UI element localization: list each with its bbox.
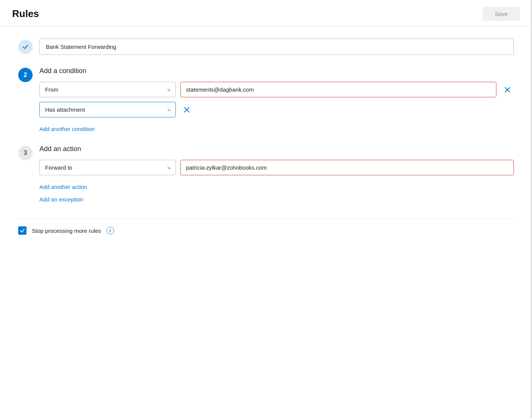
main-content: 2 Add a condition From To Subject Has at… bbox=[0, 27, 532, 250]
stop-processing-check-icon bbox=[20, 228, 25, 233]
condition2-dropdown[interactable]: From To Subject Has attachment bbox=[39, 102, 176, 117]
step2-section: 2 Add a condition From To Subject Has at… bbox=[18, 67, 514, 134]
add-action-button[interactable]: Add another action bbox=[39, 181, 87, 192]
action-row-1: Forward to Move to folder Mark as read D… bbox=[39, 160, 514, 175]
condition-row-2: From To Subject Has attachment ⤷ bbox=[39, 102, 514, 117]
step1-circle bbox=[18, 40, 33, 54]
stop-processing-label: Stop processing more rules bbox=[32, 228, 101, 234]
condition1-remove-button[interactable] bbox=[501, 85, 514, 95]
stop-processing-row: Stop processing more rules i bbox=[18, 218, 514, 235]
step3-section: 3 Add an action Forward to Move to folde… bbox=[18, 145, 514, 205]
step2-title: Add a condition bbox=[39, 67, 514, 75]
stop-processing-info-icon[interactable]: i bbox=[106, 227, 114, 234]
step3-title: Add an action bbox=[39, 145, 514, 153]
save-button[interactable]: Save bbox=[483, 7, 520, 21]
add-condition-button[interactable]: Add another condition bbox=[39, 123, 95, 134]
page-title: Rules bbox=[12, 8, 39, 20]
condition1-value-input[interactable] bbox=[180, 82, 496, 97]
step2-circle: 2 bbox=[18, 68, 33, 82]
rule-name-row bbox=[18, 39, 514, 55]
action1-dropdown-wrapper: Forward to Move to folder Mark as read D… bbox=[39, 160, 176, 175]
condition2-dropdown-wrapper: From To Subject Has attachment ⤷ bbox=[39, 102, 176, 117]
condition1-close-icon bbox=[504, 86, 511, 93]
condition1-dropdown-wrapper: From To Subject Has attachment ⤷ bbox=[39, 82, 176, 97]
step3-body: Add an action Forward to Move to folder … bbox=[39, 145, 514, 205]
condition-row-1: From To Subject Has attachment ⤷ bbox=[39, 82, 514, 97]
action1-value-input[interactable] bbox=[180, 160, 514, 175]
step3-circle: 3 bbox=[18, 146, 33, 160]
rules-page: Rules Save 2 Add a condition Fr bbox=[0, 0, 532, 418]
check-icon bbox=[22, 44, 29, 50]
rule-name-input[interactable] bbox=[39, 39, 514, 55]
action1-dropdown[interactable]: Forward to Move to folder Mark as read D… bbox=[39, 160, 176, 175]
info-letter: i bbox=[110, 228, 111, 233]
add-exception-button[interactable]: Add an exception bbox=[39, 194, 83, 205]
header: Rules Save bbox=[0, 0, 532, 27]
condition1-dropdown[interactable]: From To Subject Has attachment bbox=[39, 82, 176, 97]
condition2-remove-button[interactable] bbox=[180, 105, 193, 115]
step2-body: Add a condition From To Subject Has atta… bbox=[39, 67, 514, 134]
condition2-close-icon bbox=[183, 106, 190, 113]
stop-processing-checkbox[interactable] bbox=[18, 226, 27, 235]
